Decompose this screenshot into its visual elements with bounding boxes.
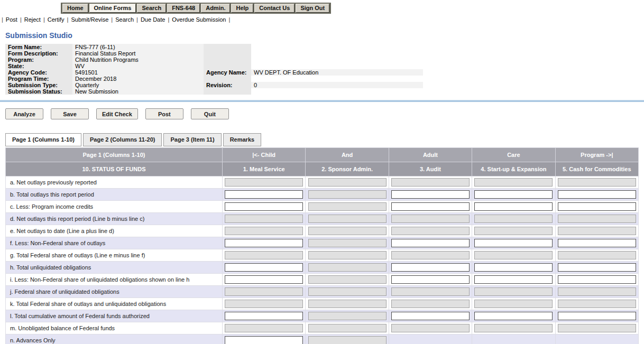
grid-subheader-title: 10. STATUS OF FUNDS (6, 162, 223, 176)
submission-toolbar: |Post|Reject|Certify|Submit/Revise|Searc… (0, 14, 644, 26)
field-f-col4[interactable] (474, 239, 553, 247)
grid-cell (389, 213, 472, 225)
field-g-col2 (308, 251, 387, 259)
field-f-col5[interactable] (558, 239, 636, 247)
field-l-col5[interactable] (558, 312, 636, 320)
grid-cell (223, 189, 306, 201)
toolbar-link-overdue-submission[interactable]: Overdue Submission (172, 16, 226, 23)
grid-header-col3: Adult (389, 148, 472, 162)
toolbar-link-search[interactable]: Search (115, 16, 134, 23)
field-l-col4[interactable] (474, 312, 553, 320)
grid-cell (472, 249, 555, 262)
nav-home-button[interactable]: Home (62, 4, 88, 13)
post-button[interactable]: Post (145, 108, 183, 119)
row-label: e. Net outlays to date (Line a plus line… (6, 225, 223, 237)
grid-cell (306, 274, 389, 286)
table-row-j: j. Federal share of unliquidated obligat… (6, 286, 639, 298)
grid-cell (389, 334, 472, 344)
grid-cell (389, 225, 472, 237)
toolbar-link-due-date[interactable]: Due Date (141, 16, 165, 23)
tab-page-2-columns-11-20[interactable]: Page 2 (Columns 11-20) (83, 133, 162, 146)
grid-cell (223, 225, 306, 237)
field-l-col1[interactable] (225, 312, 303, 320)
field-i-col3[interactable] (391, 275, 470, 284)
info-label-empty (204, 76, 251, 82)
field-i-col4[interactable] (474, 275, 553, 284)
nav-contact-us-button[interactable]: Contact Us (254, 4, 295, 13)
nav-fns-648-button[interactable]: FNS-648 (167, 4, 200, 13)
field-l-col3[interactable] (391, 312, 470, 320)
analyze-button[interactable]: Analyze (5, 108, 43, 119)
toolbar-link-reject[interactable]: Reject (24, 16, 41, 23)
row-label: f. Less: Non-Federal share of outlays (6, 237, 223, 249)
nav-help-button[interactable]: Help (231, 4, 253, 13)
separator: | (228, 16, 230, 23)
nav-admin-button[interactable]: Admin. (201, 4, 230, 13)
field-f-col1[interactable] (225, 239, 303, 247)
info-row: Agency Code:5491501Agency Name:WV DEPT. … (5, 69, 423, 76)
grid-cell (389, 286, 472, 298)
grid-cell (223, 262, 306, 274)
field-h-col1[interactable] (225, 263, 303, 272)
info-label-empty (204, 63, 251, 69)
nav-sign-out-button[interactable]: Sign Out (296, 4, 329, 13)
grid-subheader-col4: 4. Start-up & Expansion (472, 162, 555, 176)
info-value-empty (251, 57, 423, 63)
tab-page-3-item-11[interactable]: Page 3 (Item 11) (163, 133, 221, 146)
field-b-col3[interactable] (391, 190, 470, 199)
info-row: Submission Status:New Submission (5, 88, 423, 95)
tab-page-1-columns-1-10[interactable]: Page 1 (Columns 1-10) (5, 133, 81, 146)
field-j-col5 (558, 287, 636, 296)
grid-cell (389, 262, 472, 274)
section-divider (0, 100, 644, 102)
field-f-col3[interactable] (391, 239, 470, 247)
field-a-col1 (225, 178, 303, 187)
toolbar-link-submit-revise[interactable]: Submit/Revise (71, 16, 108, 23)
field-h-col4[interactable] (474, 263, 553, 272)
grid-cell (223, 201, 306, 213)
grid-cell (472, 298, 555, 310)
separator: | (67, 16, 69, 23)
row-label: d. Net outlays this report period (Line … (6, 213, 223, 225)
field-e-col4 (474, 227, 553, 235)
grid-cell (472, 322, 555, 334)
save-button[interactable]: Save (51, 108, 89, 119)
grid-cell (306, 310, 389, 322)
info-row: Program Time:December 2018 (5, 76, 423, 82)
field-c-col3[interactable] (391, 202, 470, 211)
info-row: Submission Type:QuarterlyRevision:0 (5, 82, 423, 88)
field-j-col4 (474, 287, 553, 296)
field-c-col1[interactable] (225, 202, 303, 211)
tab-remarks[interactable]: Remarks (223, 133, 261, 146)
grid-cell (223, 213, 306, 225)
grid-cell (389, 237, 472, 249)
field-n-col1[interactable] (225, 336, 303, 344)
field-c-col5[interactable] (558, 202, 636, 211)
grid-cell (223, 249, 306, 262)
field-b-col5[interactable] (558, 190, 636, 199)
row-label: i. Less: Non-Federal share of unliquidat… (6, 274, 223, 286)
info-value: Child Nutrition Programs (72, 57, 204, 63)
field-h-col5[interactable] (558, 263, 636, 272)
nav-online-forms-button[interactable]: Online Forms (89, 4, 136, 13)
field-c-col4[interactable] (474, 202, 553, 211)
toolbar-link-certify[interactable]: Certify (48, 16, 65, 23)
field-b-col1[interactable] (225, 190, 303, 199)
nav-search-button[interactable]: Search (137, 4, 166, 13)
grid-cell (306, 298, 389, 310)
quit-button[interactable]: Quit (191, 108, 229, 119)
table-row-g: g. Total Federal share of outlays (Line … (6, 249, 639, 262)
row-label: c. Less: Program income credits (6, 201, 223, 213)
grid-cell (223, 334, 306, 344)
table-row-m: m. Unobligated balance of Federal funds (6, 322, 639, 334)
grid-cell (555, 334, 638, 344)
toolbar-link-post[interactable]: Post (6, 16, 17, 23)
field-i-col1[interactable] (225, 275, 303, 284)
field-b-col4[interactable] (474, 190, 553, 199)
grid-cell (389, 298, 472, 310)
field-m-col5 (558, 324, 636, 332)
field-h-col3[interactable] (391, 263, 470, 272)
field-i-col5[interactable] (558, 275, 636, 284)
info-value: FNS-777 (6-11) (72, 44, 204, 50)
edit-check-button[interactable]: Edit Check (96, 108, 138, 119)
